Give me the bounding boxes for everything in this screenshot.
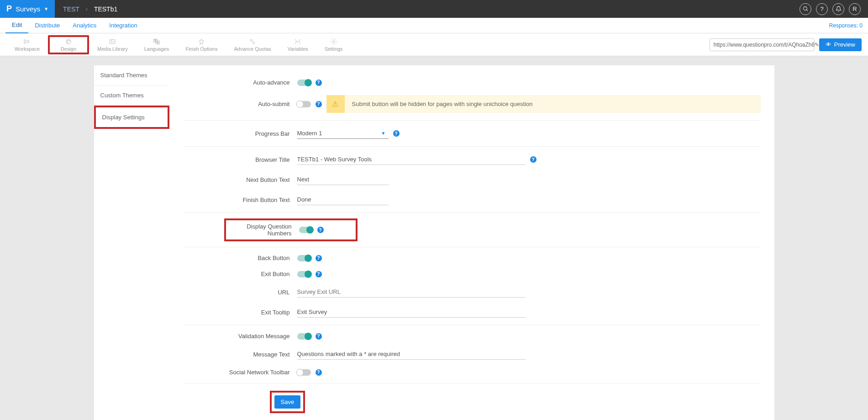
tool-finish-options[interactable]: Finish Options <box>177 36 226 53</box>
tab-distribute[interactable]: Distribute <box>28 18 66 33</box>
row-browser-title: Browser Title ? <box>183 149 761 170</box>
search-icon[interactable] <box>800 3 811 15</box>
help-icon[interactable]: ? <box>316 80 322 86</box>
survey-url-box[interactable]: https://www.questionpro.com/t/AQhoaZh6 ✎ <box>710 38 815 51</box>
breadcrumb-current: TESTb1 <box>94 5 117 13</box>
tool-media-library[interactable]: Media Library <box>89 36 136 53</box>
caret-down-icon: ▼ <box>44 6 48 11</box>
breadcrumb-parent[interactable]: TEST <box>63 5 79 13</box>
svg-line-18 <box>252 41 253 42</box>
row-auto-advance: Auto-advance ? <box>183 74 761 90</box>
toggle-auto-submit[interactable] <box>297 101 311 107</box>
label-back-button: Back Button <box>183 255 297 261</box>
tool-workspace[interactable]: Workspace <box>6 36 48 53</box>
label-progress-bar: Progress Bar <box>183 130 297 137</box>
svg-point-9 <box>67 42 68 43</box>
tool-label: Finish Options <box>185 46 217 52</box>
help-icon[interactable]: ? <box>316 333 322 340</box>
row-back-button: Back Button ? <box>183 250 761 266</box>
input-finish-button[interactable] <box>297 194 389 205</box>
input-exit-url[interactable] <box>297 287 526 298</box>
help-icon[interactable]: ? <box>317 227 324 233</box>
help-icon[interactable]: ? <box>316 369 322 376</box>
tab-analytics[interactable]: Analytics <box>66 18 103 33</box>
tab-integration[interactable]: Integration <box>103 18 143 33</box>
svg-line-1 <box>806 10 808 11</box>
input-exit-tooltip[interactable] <box>297 307 526 318</box>
select-progress-bar[interactable] <box>297 128 389 139</box>
label-exit-button: Exit Button <box>183 271 297 277</box>
toggle-exit-button[interactable] <box>297 271 311 277</box>
tool-variables[interactable]: Variables <box>279 36 316 53</box>
sidebar-item-standard-themes[interactable]: Standard Themes <box>94 65 169 85</box>
toggle-question-numbers[interactable] <box>299 227 313 233</box>
help-icon[interactable]: ? <box>530 156 537 163</box>
preview-label: Preview <box>834 41 855 48</box>
help-icon[interactable]: ? <box>393 130 400 137</box>
svg-point-0 <box>803 7 807 11</box>
label-validation: Validation Message <box>183 333 297 340</box>
responses-count[interactable]: Responses: 0 <box>829 22 863 29</box>
help-icon[interactable]: ? <box>316 271 322 277</box>
tool-design[interactable]: Design <box>48 35 89 54</box>
brand-label: Surveys <box>16 5 40 13</box>
svg-point-17 <box>253 42 255 43</box>
tool-languages[interactable]: 文A Languages <box>136 36 177 53</box>
row-validation: Validation Message ? <box>183 328 761 344</box>
input-next-button[interactable] <box>297 174 389 185</box>
row-question-numbers: Display Question Numbers ? <box>224 218 358 241</box>
label-auto-submit: Auto-submit <box>183 101 297 107</box>
svg-rect-2 <box>24 40 26 43</box>
input-browser-title[interactable] <box>297 154 526 165</box>
divider <box>183 383 761 383</box>
tool-label: Design <box>61 46 76 52</box>
chevron-right-icon: › <box>86 6 88 12</box>
pencil-icon[interactable]: ✎ <box>815 42 819 48</box>
tool-label: Variables <box>288 46 308 52</box>
row-next-button: Next Button Text <box>183 170 761 190</box>
brand-menu[interactable]: P Surveys ▼ <box>0 0 55 18</box>
divider <box>183 120 761 121</box>
svg-point-16 <box>250 39 252 41</box>
sidebar-item-display-settings[interactable]: Display Settings <box>94 106 169 129</box>
breadcrumb: TEST › TESTb1 <box>55 5 126 13</box>
toggle-validation[interactable] <box>297 333 311 340</box>
label-social-toolbar: Social Network Toolbar <box>183 369 297 376</box>
toggle-social-toolbar[interactable] <box>297 369 311 376</box>
label-finish-button: Finish Button Text <box>183 197 297 203</box>
row-exit-tooltip: Exit Tooltip <box>183 302 761 322</box>
tool-settings[interactable]: Settings <box>316 36 351 53</box>
brand-logo-icon: P <box>6 4 12 14</box>
label-auto-advance: Auto-advance <box>183 79 297 86</box>
tab-edit[interactable]: Edit <box>5 18 28 33</box>
row-finish-button: Finish Button Text <box>183 190 761 210</box>
tool-label: Languages <box>144 46 169 52</box>
row-progress-bar: Progress Bar ▼ ? <box>183 123 761 144</box>
help-icon[interactable]: ? <box>316 101 322 107</box>
divider <box>183 325 761 325</box>
toggle-back-button[interactable] <box>297 255 311 261</box>
help-icon[interactable]: ? <box>816 3 828 15</box>
main-tabs: Edit Distribute Analytics Integration Re… <box>0 18 868 33</box>
bell-icon[interactable] <box>832 3 844 15</box>
save-button[interactable]: Save <box>274 395 301 409</box>
svg-point-11 <box>111 40 112 42</box>
design-sidebar: Standard Themes Custom Themes Display Se… <box>94 65 169 420</box>
eye-icon: 👁 <box>826 41 831 48</box>
row-message-text: Message Text <box>183 344 761 364</box>
toggle-auto-advance[interactable] <box>297 80 311 86</box>
tool-advance-quotas[interactable]: Advance Quotas <box>226 36 279 53</box>
divider <box>183 213 761 213</box>
save-wrap: Save <box>270 391 305 413</box>
input-message-text[interactable] <box>297 349 526 360</box>
survey-url-text: https://www.questionpro.com/t/AQhoaZh6 <box>714 42 815 48</box>
help-icon[interactable]: ? <box>316 255 322 261</box>
topbar-actions: ? R <box>800 3 868 15</box>
sidebar-item-custom-themes[interactable]: Custom Themes <box>94 85 169 106</box>
topbar: P Surveys ▼ TEST › TESTb1 ? R <box>0 0 868 18</box>
svg-point-7 <box>67 40 68 41</box>
tool-label: Settings <box>325 46 343 52</box>
tool-label: Advance Quotas <box>234 46 271 52</box>
user-avatar[interactable]: R <box>849 3 861 15</box>
preview-button[interactable]: 👁 Preview <box>819 38 862 51</box>
